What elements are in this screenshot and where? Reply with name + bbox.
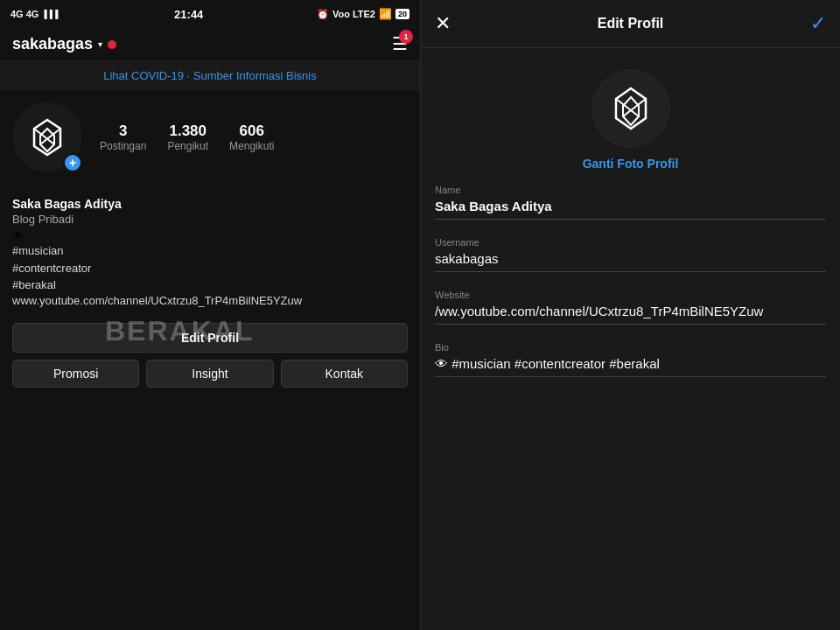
notification-badge: 1 xyxy=(399,30,413,44)
bio-link[interactable]: www.youtube.com/channel/UCxtrzu8_TrP4mBi… xyxy=(12,294,408,307)
bio-line2: #contentcreator xyxy=(12,260,408,277)
posts-label: Postingan xyxy=(100,140,146,152)
edit-profil-button[interactable]: Edit Profil xyxy=(12,323,408,353)
profile-top: + 3 Postingan 1.380 Pengikut 606 Mengiku… xyxy=(12,102,408,172)
stat-followers: 1.380 Pengikut xyxy=(167,122,208,152)
time-display: 21:44 xyxy=(174,8,203,21)
left-panel: 4G 4G ▌▌▌ 21:44 ⏰ Voo LTE2 📶 20 sakabaga… xyxy=(0,0,420,630)
display-name: Saka Bagas Aditya xyxy=(12,197,408,211)
username-label: Username xyxy=(435,237,826,248)
edit-profile-logo-svg xyxy=(600,78,662,139)
name-label: Name xyxy=(435,185,826,195)
small-buttons-row: Promosi Insight Kontak xyxy=(12,360,408,388)
kontak-button[interactable]: Kontak xyxy=(281,360,408,388)
insight-button[interactable]: Insight xyxy=(146,360,273,388)
name-value[interactable]: Saka Bagas Aditya xyxy=(435,199,826,220)
network-label: 4G 4G xyxy=(10,9,38,19)
bio-label: Bio xyxy=(435,342,826,353)
bio-field: Bio 👁 #musician #contentcreator #berakal xyxy=(435,342,826,377)
followers-label: Pengikut xyxy=(167,140,208,152)
right-panel: ✕ Edit Profil ✓ Ganti Foto Profil Name S… xyxy=(421,0,840,630)
battery-indicator: 20 xyxy=(396,9,410,19)
username-value[interactable]: sakabagas xyxy=(435,251,826,272)
ig-header: sakabagas ▾ ☰ 1 xyxy=(0,28,420,60)
action-buttons: Edit Profil Promosi Insight Kontak xyxy=(0,319,420,396)
save-check-button[interactable]: ✓ xyxy=(810,12,826,35)
close-button[interactable]: ✕ xyxy=(435,12,451,35)
network-right-label: Voo LTE2 xyxy=(332,9,375,19)
signal-icon: ▌▌▌ xyxy=(44,10,60,18)
avatar-wrap: + xyxy=(12,102,82,172)
wifi-icon: 📶 xyxy=(379,8,392,20)
website-field: Website /ww.youtube.com/channel/UCxtrzu8… xyxy=(435,290,826,325)
bio-line1: #musician xyxy=(12,242,408,260)
following-count: 606 xyxy=(229,122,274,140)
status-right: ⏰ Voo LTE2 📶 20 xyxy=(317,8,410,20)
menu-button[interactable]: ☰ 1 xyxy=(392,35,408,53)
stat-following: 606 Mengikuti xyxy=(229,122,274,152)
followers-count: 1.380 xyxy=(167,122,208,140)
profile-section: + 3 Postingan 1.380 Pengikut 606 Mengiku… xyxy=(0,90,420,197)
username-area[interactable]: sakabagas ▾ xyxy=(12,35,116,53)
edit-title: Edit Profil xyxy=(598,16,664,32)
covid-text: Lihat COVID-19 · Sumber Informasi Bisnis xyxy=(103,69,316,82)
bio-line3: #berakal xyxy=(12,276,408,294)
bio-category: Blog Pribadi xyxy=(12,213,408,226)
bio-value[interactable]: 👁 #musician #contentcreator #berakal xyxy=(435,356,826,377)
eye-icon: 👁 xyxy=(12,229,24,242)
edit-photo-area: Ganti Foto Profil xyxy=(421,48,840,185)
stats-row: 3 Postingan 1.380 Pengikut 606 Mengikuti xyxy=(100,122,274,152)
change-photo-button[interactable]: Ganti Foto Profil xyxy=(583,157,679,171)
edit-avatar xyxy=(592,69,670,148)
status-bar: 4G 4G ▌▌▌ 21:44 ⏰ Voo LTE2 📶 20 xyxy=(0,0,420,28)
status-left: 4G 4G ▌▌▌ xyxy=(10,9,61,19)
edit-form: Name Saka Bagas Aditya Username sakabaga… xyxy=(421,185,840,630)
website-value[interactable]: /ww.youtube.com/channel/UCxtrzu8_TrP4mBi… xyxy=(435,304,826,325)
username-display: sakabagas xyxy=(12,35,93,53)
dropdown-arrow-icon[interactable]: ▾ xyxy=(98,39,102,49)
edit-header: ✕ Edit Profil ✓ xyxy=(421,0,840,48)
username-field: Username sakabagas xyxy=(435,237,826,272)
activity-dot xyxy=(108,40,116,49)
covid-banner[interactable]: Lihat COVID-19 · Sumber Informasi Bisnis xyxy=(0,60,420,90)
header-icons: ☰ 1 xyxy=(392,35,408,53)
promosi-button[interactable]: Promosi xyxy=(12,360,139,388)
bio-section: Saka Bagas Aditya Blog Pribadi 👁 #musici… xyxy=(0,197,420,319)
website-label: Website xyxy=(435,290,826,300)
alarm-icon: ⏰ xyxy=(317,9,329,20)
name-field: Name Saka Bagas Aditya xyxy=(435,185,826,220)
following-label: Mengikuti xyxy=(229,140,274,152)
posts-count: 3 xyxy=(100,122,146,140)
add-button[interactable]: + xyxy=(63,153,82,172)
stat-posts: 3 Postingan xyxy=(100,122,146,152)
